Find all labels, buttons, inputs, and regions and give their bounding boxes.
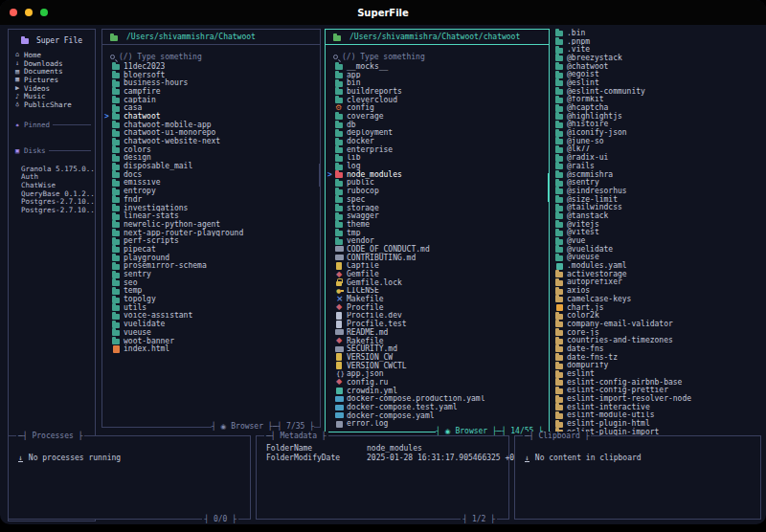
- sidebar-item[interactable]: ▤ Documents: [9, 67, 95, 76]
- disk-item[interactable]: Auth: [9, 173, 95, 182]
- scrollbar-thumb[interactable]: [548, 173, 550, 202]
- file-row[interactable]: woot-banner: [102, 337, 320, 345]
- file-row[interactable]: Procfile: [326, 303, 549, 312]
- file-row[interactable]: next-app-router-playground: [102, 229, 320, 237]
- preview-file-row[interactable]: @eslint-community: [553, 87, 762, 96]
- preview-file-row[interactable]: @histoire: [553, 121, 762, 129]
- preview-file-row[interactable]: .pnpm: [553, 37, 762, 46]
- file-row[interactable]: casa: [102, 103, 320, 112]
- file-row[interactable]: VERSION_CWCTL: [326, 362, 549, 370]
- file-row[interactable]: utils: [102, 303, 320, 312]
- preview-file-row[interactable]: core-js: [553, 328, 762, 337]
- preview-file-row[interactable]: @sentry: [553, 178, 762, 187]
- file-row[interactable]: CONTRIBUTING.md: [326, 254, 549, 262]
- preview-file-row[interactable]: @vuelidate: [553, 245, 762, 254]
- sidebar-item[interactable]: ⌂ Home: [9, 51, 95, 59]
- preview-file-row[interactable]: color2k: [553, 311, 762, 320]
- file-row[interactable]: newrelic-python-agent: [102, 220, 320, 229]
- file-row[interactable]: 11dec2023: [102, 62, 320, 71]
- path-bar[interactable]: /Users/shivammishra/Chatwoot/chatwoot: [326, 30, 549, 45]
- preview-file-row[interactable]: eslint-plugin-html: [553, 419, 762, 428]
- file-row[interactable]: coverage: [326, 112, 549, 121]
- file-row[interactable]: chatwoot-mobile-app: [102, 121, 320, 129]
- file-row[interactable]: config: [326, 103, 549, 112]
- preview-file-row[interactable]: @highlightjs: [553, 112, 762, 121]
- preview-file-row[interactable]: eslint: [553, 369, 762, 378]
- preview-file-row[interactable]: eslint-module-utils: [553, 411, 762, 420]
- file-row[interactable]: enterprise: [326, 145, 549, 154]
- disk-item[interactable]: Postgres-2.7.10...: [9, 206, 95, 214]
- file-row[interactable]: LICENSE: [326, 287, 549, 296]
- preview-file-row[interactable]: @vitest: [553, 229, 762, 237]
- file-row[interactable]: prosemirror-schema: [102, 262, 320, 271]
- file-row[interactable]: bin: [326, 78, 549, 87]
- file-row[interactable]: temp: [102, 287, 320, 296]
- file-row[interactable]: docker-compose.production.yaml: [326, 395, 549, 404]
- preview-file-row[interactable]: camelcase-keys: [553, 295, 762, 303]
- file-row[interactable]: swagger: [326, 211, 549, 220]
- preview-file-row[interactable]: @chatwoot: [553, 62, 762, 71]
- file-row[interactable]: __mocks__: [326, 62, 549, 71]
- preview-file-row[interactable]: @scmmishra: [553, 170, 762, 179]
- file-row[interactable]: SECURITY.md: [326, 344, 549, 353]
- file-row[interactable]: index.html: [102, 344, 320, 353]
- preview-file-row[interactable]: @size-limit: [553, 195, 762, 204]
- file-row[interactable]: db: [326, 121, 549, 129]
- disk-item[interactable]: Postgres-2.7.10...: [9, 198, 95, 207]
- file-row[interactable]: colors: [102, 145, 320, 154]
- preview-file-row[interactable]: @formkit: [553, 96, 762, 104]
- preview-file-row[interactable]: @rails: [553, 162, 762, 170]
- preview-file-row[interactable]: eslint-interactive: [553, 403, 762, 411]
- file-row[interactable]: chatwoot-ui-monorepo: [102, 129, 320, 138]
- preview-file-row[interactable]: chart.js: [553, 303, 762, 312]
- file-row[interactable]: rubocop: [326, 187, 549, 195]
- file-row[interactable]: disposable_mail: [102, 162, 320, 170]
- preview-file-row[interactable]: @sindresorhus: [553, 187, 762, 195]
- file-row[interactable]: investigations: [102, 204, 320, 212]
- file-row[interactable]: docker-compose.test.yaml: [326, 403, 549, 411]
- file-row[interactable]: Rakefile: [326, 337, 549, 345]
- file-row[interactable]: campfire: [102, 87, 320, 96]
- file-row[interactable]: captain: [102, 96, 320, 104]
- file-row[interactable]: docker: [326, 137, 549, 145]
- close-window-button[interactable]: [10, 9, 17, 16]
- preview-file-row[interactable]: .modules.yaml: [553, 261, 762, 270]
- preview-file-row[interactable]: @tanstack: [553, 211, 762, 220]
- file-row[interactable]: app.json: [326, 369, 549, 378]
- disk-item[interactable]: ChatWise: [9, 181, 95, 189]
- preview-file-row[interactable]: @june-so: [553, 137, 762, 145]
- file-row[interactable]: topolgy: [102, 295, 320, 303]
- preview-file-row[interactable]: eslint-config-airbnb-base: [553, 378, 762, 387]
- file-row[interactable]: vendor: [326, 236, 549, 245]
- file-row[interactable]: bloersoft: [102, 71, 320, 79]
- preview-file-row[interactable]: date-fns: [553, 344, 762, 353]
- file-row[interactable]: config.ru: [326, 378, 549, 387]
- file-row[interactable]: lib: [326, 154, 549, 163]
- file-row[interactable]: tmp: [326, 229, 549, 237]
- file-row[interactable]: chatwoot-website-next: [102, 137, 320, 145]
- file-row[interactable]: business-hours: [102, 78, 320, 87]
- sidebar-item[interactable]: ▶ Videos: [9, 84, 95, 93]
- preview-file-row[interactable]: @vue: [553, 236, 762, 245]
- file-row[interactable]: > chatwoot: [102, 112, 320, 121]
- search-bar[interactable]: (/) Type something: [102, 51, 320, 62]
- file-row[interactable]: sentry: [102, 270, 320, 278]
- preview-file-row[interactable]: .bin: [553, 29, 762, 37]
- file-row[interactable]: VERSION_CW: [326, 353, 549, 362]
- preview-file-row[interactable]: @eslint: [553, 78, 762, 87]
- preview-file-row[interactable]: @hcaptcha: [553, 103, 762, 112]
- preview-file-row[interactable]: @vueuse: [553, 254, 762, 262]
- file-row[interactable]: deployment: [326, 129, 549, 138]
- file-row[interactable]: README.md: [326, 328, 549, 337]
- file-row[interactable]: crowdin.yml: [326, 387, 549, 395]
- file-row[interactable]: public: [326, 179, 549, 188]
- file-row[interactable]: theme: [326, 220, 549, 229]
- file-row[interactable]: voice-assistant: [102, 312, 320, 321]
- file-row[interactable]: entropy: [102, 187, 320, 195]
- preview-file-row[interactable]: dompurify: [553, 362, 762, 370]
- preview-file-row[interactable]: activestorage: [553, 270, 762, 278]
- file-row[interactable]: docker-compose.yaml: [326, 411, 549, 420]
- path-bar[interactable]: /Users/shivammishra/Chatwoot: [102, 30, 320, 45]
- search-bar[interactable]: (/) Type something: [326, 51, 549, 62]
- file-row[interactable]: pipecat: [102, 245, 320, 254]
